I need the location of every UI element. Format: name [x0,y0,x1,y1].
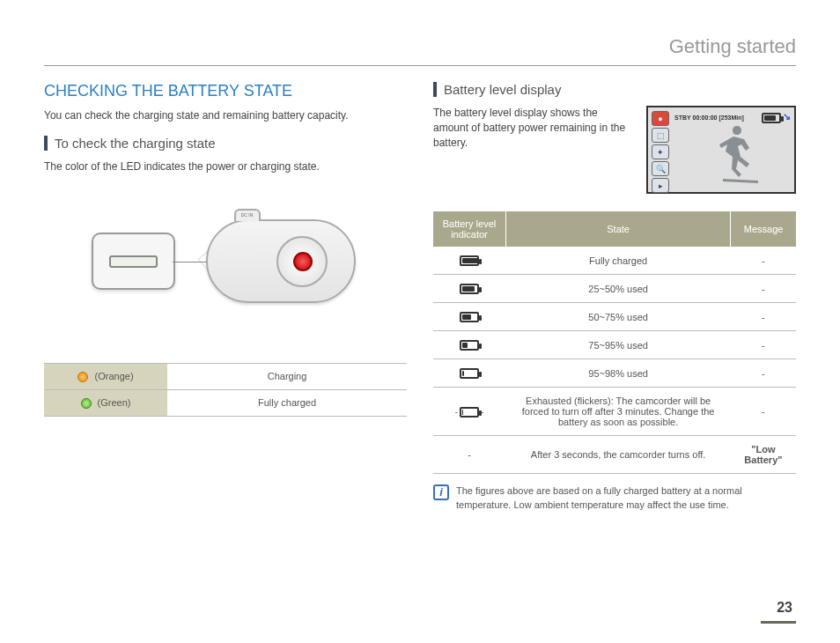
play-icon: ▸ [652,178,669,193]
battery-level-table: Battery level indicator State Message Fu… [433,211,796,474]
table-row: - -Exhausted (flickers): The camcorder w… [433,388,796,436]
table-header-row: Battery level indicator State Message [433,211,796,247]
record-mode-icon: ● [652,111,669,126]
battery-indicator-cell [433,247,505,275]
skater-silhouette-icon [711,122,763,183]
battery-icon [460,284,479,294]
record-button-icon [293,252,313,271]
th-indicator: Battery level indicator [433,211,505,247]
battery-message-cell: - [731,275,796,303]
table-row: 75~95% used- [433,331,796,359]
led-callout-box [92,233,175,290]
table-row: (Green) Fully charged [44,389,407,416]
left-column: CHECKING THE BATTERY STATE You can check… [44,82,407,512]
led-state-value: Fully charged [167,389,407,416]
th-state: State [505,211,730,247]
battery-display-body: The battery level display shows the amou… [433,106,633,150]
camcorder-illustration: DC IN [44,187,407,336]
battery-message-cell: - [731,388,796,436]
th-message: Message [731,211,796,247]
subheading-battery-display: Battery level display [433,82,796,97]
camcorder-icon: DC IN [202,209,360,314]
dc-in-port-label: DC IN [234,209,261,221]
table-row: Fully charged- [433,247,796,275]
battery-icon [460,312,479,322]
led-state-table: (Orange) Charging (Green) Fully charged [44,363,407,417]
battery-icon [460,368,479,379]
led-state-value: Charging [167,363,407,389]
battery-state-cell: After 3 seconds, the camcorder turns off… [505,436,730,474]
mode-icon: ✦ [652,144,669,159]
zoom-icon: 🔍 [652,161,669,176]
back-arrow-icon: ↘ [783,111,791,122]
camcorder-screen-preview: ● ⬚ ✦ 🔍 ▸ STBY 00:00:00 [253Min] ↘ [646,106,796,194]
orange-led-icon [77,372,88,382]
battery-icon [460,255,479,266]
stby-status-text: STBY 00:00:00 [253Min] [674,115,744,121]
table-row: 95~98% used- [433,359,796,388]
table-row: 25~50% used- [433,275,796,303]
table-row: -After 3 seconds, the camcorder turns of… [433,436,796,474]
intro-text: You can check the charging state and rem… [44,109,407,122]
battery-state-cell: 95~98% used [505,359,730,388]
battery-indicator-cell [433,303,505,331]
charging-state-body: The color of the LED indicates the power… [44,159,407,174]
right-column: Battery level display The battery level … [433,82,796,512]
section-title: Getting started [44,35,796,66]
battery-icon [762,113,781,123]
battery-message-cell: - [731,331,796,359]
battery-indicator-cell [433,331,505,359]
battery-indicator-cell [433,359,505,388]
table-row: (Orange) Charging [44,363,407,389]
battery-icon [460,340,479,351]
info-icon: i [433,484,449,500]
battery-indicator-cell: - [433,436,505,474]
battery-state-cell: 25~50% used [505,275,730,303]
subheading-charging-state: To check the charging state [44,136,407,151]
battery-indicator-cell [433,275,505,303]
led-color-label: (Green) [98,397,131,408]
battery-state-cell: Fully charged [505,247,730,275]
battery-message-cell: - [731,303,796,331]
green-led-icon [81,398,92,409]
led-color-label: (Orange) [95,371,134,381]
mode-icon: ⬚ [652,128,669,143]
battery-icon [460,407,479,418]
heading-battery-state: CHECKING THE BATTERY STATE [44,82,407,100]
battery-message-cell: - [731,359,796,388]
battery-message-cell: - [731,247,796,275]
battery-state-cell: Exhausted (flickers): The camcorder will… [505,388,730,436]
battery-state-cell: 50~75% used [505,303,730,331]
note-text: The figures above are based on a fully c… [456,484,796,512]
led-slot-icon [109,255,158,268]
battery-state-cell: 75~95% used [505,331,730,359]
table-row: 50~75% used- [433,303,796,331]
page-number: 23 [761,596,796,624]
battery-message-cell: "Low Battery" [731,436,796,474]
note: i The figures above are based on a fully… [433,484,796,512]
battery-indicator-cell: - - [433,388,505,436]
